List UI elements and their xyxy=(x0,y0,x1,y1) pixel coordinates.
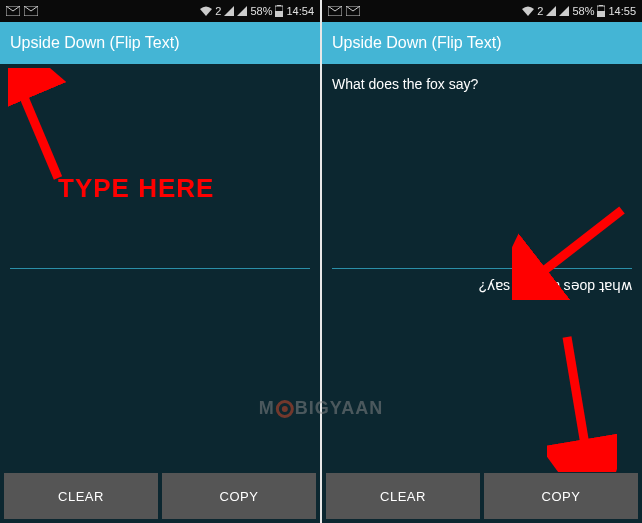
signal-icon xyxy=(546,6,556,16)
time-label: 14:55 xyxy=(608,5,636,17)
text-output: ¿ʎɐs xoɟ ǝɥʇ sǝop ʇɐɥʍ xyxy=(332,271,632,469)
output-text: ¿ʎɐs xoɟ ǝɥʇ sǝop ʇɐɥʍ xyxy=(479,277,632,293)
status-bar: 2 58% 14:55 xyxy=(322,0,642,22)
battery-percent: 58% xyxy=(572,5,594,17)
battery-percent: 58% xyxy=(250,5,272,17)
wifi-icon xyxy=(522,6,534,16)
clear-button[interactable]: CLEAR xyxy=(326,473,480,519)
app-title: Upside Down (Flip Text) xyxy=(332,34,502,52)
status-left xyxy=(6,6,38,16)
mail-icon-2 xyxy=(346,6,360,16)
cursor-icon xyxy=(10,76,12,94)
signal-icon-2 xyxy=(559,6,569,16)
watermark-m: M xyxy=(259,398,275,418)
sim-icon: 2 xyxy=(215,5,221,17)
app-bar: Upside Down (Flip Text) xyxy=(0,22,320,64)
app-title: Upside Down (Flip Text) xyxy=(10,34,180,52)
status-bar: 2 58% 14:54 xyxy=(0,0,320,22)
text-input[interactable] xyxy=(10,72,310,269)
annotation-type-here: TYPE HERE xyxy=(58,173,214,204)
battery-icon xyxy=(275,5,283,17)
target-icon xyxy=(276,400,294,418)
watermark-rest: BIGYAAN xyxy=(295,398,383,418)
mail-icon xyxy=(6,6,20,16)
signal-icon xyxy=(224,6,234,16)
clear-button[interactable]: CLEAR xyxy=(4,473,158,519)
watermark: MBIGYAAN xyxy=(259,398,383,419)
mail-icon-2 xyxy=(24,6,38,16)
mail-icon xyxy=(328,6,342,16)
copy-button[interactable]: COPY xyxy=(162,473,316,519)
svg-rect-3 xyxy=(275,11,283,17)
screen-right: 2 58% 14:55 Upside Down (Flip Text) What… xyxy=(322,0,642,523)
status-right: 2 58% 14:54 xyxy=(200,5,314,17)
text-output xyxy=(10,271,310,469)
text-input[interactable]: What does the fox say? xyxy=(332,72,632,269)
signal-icon-2 xyxy=(237,6,247,16)
svg-rect-4 xyxy=(277,5,281,6)
button-row: CLEAR COPY xyxy=(322,469,642,523)
screen-left: 2 58% 14:54 Upside Down (Flip Text) CLEA… xyxy=(0,0,320,523)
copy-button[interactable]: COPY xyxy=(484,473,638,519)
status-left xyxy=(328,6,360,16)
status-right: 2 58% 14:55 xyxy=(522,5,636,17)
battery-icon xyxy=(597,5,605,17)
wifi-icon xyxy=(200,6,212,16)
svg-rect-10 xyxy=(599,5,603,6)
sim-icon: 2 xyxy=(537,5,543,17)
button-row: CLEAR COPY xyxy=(0,469,320,523)
app-bar: Upside Down (Flip Text) xyxy=(322,22,642,64)
svg-rect-9 xyxy=(597,11,605,17)
time-label: 14:54 xyxy=(286,5,314,17)
input-text: What does the fox say? xyxy=(332,76,478,92)
